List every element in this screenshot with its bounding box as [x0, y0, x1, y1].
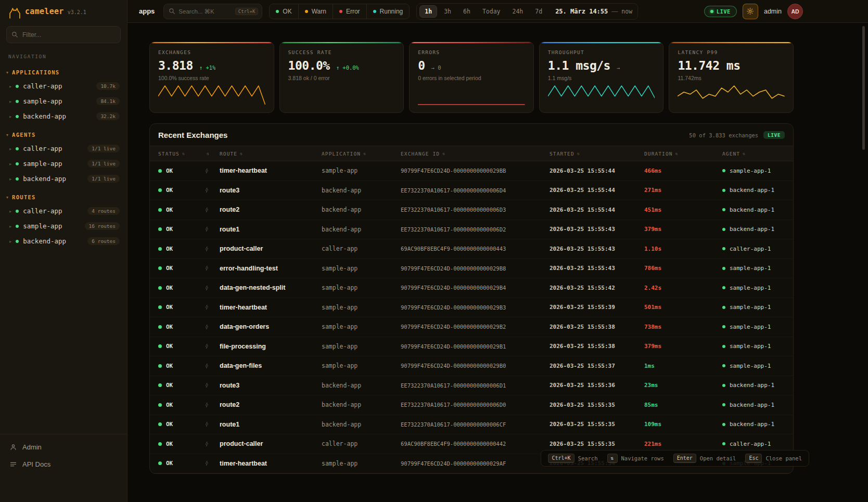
sidebar-item[interactable]: ▸ sample-app 84.1k	[0, 94, 127, 109]
footer-item-label: Admin	[22, 443, 42, 451]
route-name: file-processing	[220, 343, 322, 350]
table-row[interactable]: OK file-processing sample-app 90799F47E6…	[150, 337, 793, 357]
column-header[interactable]: STATUS ⇅	[158, 151, 204, 157]
sidebar-item-api-docs[interactable]: API Docs	[0, 456, 127, 473]
sidebar-item-admin[interactable]: Admin	[0, 439, 127, 456]
card-label: ERRORS	[418, 49, 525, 55]
column-header[interactable]: ROUTE ⇅	[220, 151, 322, 157]
search-input[interactable]	[178, 8, 232, 15]
status-dot	[158, 286, 162, 290]
bolt-icon	[204, 324, 210, 330]
started-timestamp: 2026-03-25 15:55:35	[550, 441, 644, 447]
table-row[interactable]: OK data-gen-nested-split sample-app 9079…	[150, 278, 793, 298]
card-subtext: 1.1 msg/s	[548, 75, 655, 81]
application-name: sample-app	[322, 265, 401, 272]
bolt-icon	[204, 460, 210, 467]
time-range-button[interactable]: 1h	[419, 5, 437, 18]
table-row[interactable]: OK product-caller caller-app 69AC90BF8EB…	[150, 239, 793, 259]
route-name: timer-heartbeat	[220, 167, 322, 174]
agent-cell: backend-app-1	[722, 207, 785, 213]
scrollbar-thumb[interactable]	[862, 26, 865, 150]
status-dot	[158, 364, 162, 368]
table-row[interactable]: OK data-gen-orders sample-app 90799F47E6…	[150, 317, 793, 337]
application-name: sample-app	[322, 343, 401, 350]
column-header[interactable]: EXCHANGE ID ⇅	[401, 151, 550, 157]
sidebar-item[interactable]: ▸ backend-app 6 routes	[0, 234, 127, 249]
section-header-agents[interactable]: ▾ AGENTS	[0, 129, 127, 141]
status-dot	[158, 325, 162, 329]
section-header-routes[interactable]: ▾ ROUTES	[0, 191, 127, 203]
sidebar-item[interactable]: ▸ caller-app 4 routes	[0, 203, 127, 218]
time-range-button[interactable]: 6h	[458, 5, 476, 18]
status-cell: OK	[158, 460, 204, 467]
status-filter-chip[interactable]: OK	[270, 4, 298, 19]
status-label: OK	[166, 363, 173, 369]
agent-name: sample-app-1	[730, 265, 771, 272]
table-row[interactable]: OK route1 backend-app EE7322370A10617-00…	[150, 220, 793, 240]
status-cell: OK	[158, 168, 204, 174]
app-version: v3.2.1	[68, 9, 86, 15]
table-row[interactable]: OK route2 backend-app EE7322370A10617-00…	[150, 200, 793, 220]
table-row[interactable]: OK data-gen-files sample-app 90799F47E6C…	[150, 356, 793, 376]
status-dot	[158, 247, 162, 251]
sidebar-filter-input[interactable]	[6, 26, 121, 43]
column-header[interactable]: APPLICATION ⇅	[322, 151, 401, 157]
status-filter-chip[interactable]: Running	[366, 4, 410, 19]
card-accent-bar	[669, 42, 793, 43]
card-accent-bar	[150, 42, 274, 43]
agent-cell: sample-app-1	[722, 363, 785, 369]
table-row[interactable]: OK route1 backend-app EE7322370A10617-00…	[150, 415, 793, 435]
keyboard-hint: ⇅ Navigate rows	[607, 454, 664, 463]
card-subtext: 100.0% success rate	[158, 75, 265, 81]
bolt-icon	[204, 363, 210, 369]
sort-icon: ⇅	[207, 151, 210, 156]
status-label: OK	[166, 460, 173, 467]
table-row[interactable]: OK error-handling-test sample-app 90799F…	[150, 259, 793, 279]
status-filter-chip[interactable]: Error	[333, 4, 366, 19]
status-filter-dot	[276, 10, 279, 13]
sidebar-section-applications: ▾ APPLICATIONS ▸ caller-app 10.7k ▸	[0, 67, 127, 124]
column-header[interactable]: DURATION ⇅	[644, 151, 722, 157]
section-title: AGENTS	[12, 132, 36, 138]
time-range-button[interactable]: 24h	[507, 5, 529, 18]
bolt-icon	[204, 421, 210, 428]
trigger-cell	[204, 226, 220, 233]
global-search[interactable]: Ctrl+K	[163, 4, 262, 19]
table-body: OK timer-heartbeat sample-app 90799F47E6…	[150, 161, 793, 473]
time-range-group: 1h 3h 6h Today 24h 7d 25. März 14:55 — n…	[416, 3, 638, 20]
keyboard-hint: Esc Close panel	[745, 454, 802, 463]
live-toggle[interactable]: LIVE	[704, 6, 737, 17]
column-header[interactable]: ⇅	[204, 151, 220, 156]
sidebar-item[interactable]: ▸ caller-app 10.7k	[0, 79, 127, 94]
time-range-button[interactable]: 7d	[530, 5, 547, 18]
table-row[interactable]: OK timer-heartbeat sample-app 90799F47E6…	[150, 161, 793, 181]
column-header[interactable]: STARTED ⇅	[550, 151, 644, 157]
item-label: caller-app	[23, 82, 62, 90]
status-filter-chip[interactable]: Warn	[298, 4, 333, 19]
time-range-button[interactable]: 3h	[439, 5, 456, 18]
table-row[interactable]: OK timer-heartbeat sample-app 90799F47E6…	[150, 298, 793, 318]
sidebar-item[interactable]: ▸ sample-app 16 routes	[0, 218, 127, 234]
application-name: sample-app	[322, 323, 401, 330]
sidebar-item[interactable]: ▸ caller-app 1/1 live	[0, 141, 127, 156]
application-name: caller-app	[322, 245, 401, 252]
table-row[interactable]: OK route2 backend-app EE7322370A10617-00…	[150, 395, 793, 415]
cameleer-logo-icon	[8, 7, 21, 20]
column-header[interactable]: AGENT ⇅	[722, 151, 785, 157]
trigger-cell	[204, 343, 220, 350]
chevron-down-icon: ▾	[6, 70, 8, 75]
theme-toggle-button[interactable]	[743, 4, 758, 19]
sidebar-item[interactable]: ▸ backend-app 1/1 live	[0, 171, 127, 186]
avatar[interactable]: AD	[787, 4, 803, 19]
table-row[interactable]: OK route3 backend-app EE7322370A10617-00…	[150, 181, 793, 201]
agent-cell: sample-app-1	[722, 265, 785, 272]
sidebar-item[interactable]: ▸ sample-app 1/1 live	[0, 156, 127, 171]
duration: 85ms	[644, 402, 722, 408]
section-header-applications[interactable]: ▾ APPLICATIONS	[0, 67, 127, 79]
time-range-button[interactable]: Today	[477, 5, 506, 18]
sidebar-item[interactable]: ▸ backend-app 32.2k	[0, 109, 127, 124]
trigger-cell	[204, 402, 220, 408]
table-row[interactable]: OK route3 backend-app EE7322370A10617-00…	[150, 376, 793, 396]
agent-name: sample-app-1	[730, 304, 771, 311]
chevron-right-icon: ▸	[9, 176, 11, 182]
